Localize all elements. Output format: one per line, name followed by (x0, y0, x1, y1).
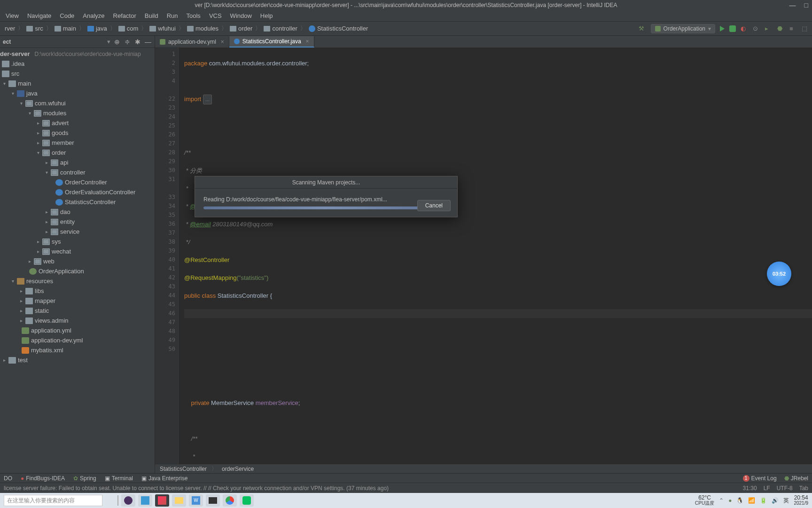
close-icon[interactable]: × (221, 39, 224, 45)
tool-do[interactable]: DO (4, 475, 12, 482)
jrebel-debug-icon[interactable]: ⬣ (777, 25, 785, 32)
taskbar-eclipse[interactable] (121, 494, 135, 507)
tray-chevron-icon[interactable]: ⌃ (719, 497, 724, 504)
minimize-button[interactable]: — (789, 1, 796, 9)
taskbar-wps[interactable]: W (189, 494, 203, 507)
tree-item-modules[interactable]: modules (43, 110, 66, 117)
chevron-right-icon[interactable]: ▸ (44, 209, 49, 214)
hammer-icon[interactable]: ⚒ (639, 25, 646, 32)
cancel-button[interactable]: Cancel (417, 200, 451, 211)
tree-item-src[interactable]: src (11, 70, 19, 77)
menu-tools[interactable]: Tools (183, 11, 204, 20)
tool-jrebel[interactable]: ⬣JRebel (784, 475, 808, 482)
menu-code[interactable]: Code (56, 11, 78, 20)
crumb-class[interactable]: StatisticsController (307, 24, 370, 33)
debug-icon[interactable] (729, 25, 736, 32)
run-config-selector[interactable]: OrderApplication ▾ (651, 24, 715, 33)
tree-item-dao[interactable]: dao (60, 208, 70, 215)
breadcrumb-item[interactable]: StatisticsController (160, 466, 207, 472)
taskbar-explorer[interactable] (172, 494, 186, 507)
chevron-right-icon[interactable]: ▸ (27, 259, 32, 264)
chevron-down-icon[interactable]: ▾ (107, 38, 110, 45)
chevron-down-icon[interactable]: ▾ (2, 81, 7, 86)
stop-icon[interactable]: ■ (789, 25, 797, 32)
tree-item-service[interactable]: service (60, 228, 79, 235)
tree-item-member[interactable]: member (52, 139, 74, 146)
chevron-right-icon[interactable]: ▸ (36, 239, 40, 244)
tree-item-statisticscontroller[interactable]: StatisticsController (65, 198, 116, 206)
close-icon[interactable]: × (306, 38, 309, 45)
menu-analyze[interactable]: Analyze (79, 11, 108, 20)
project-tree[interactable]: der-serverD:\work\doc\course\order\code-… (0, 48, 155, 473)
crumb-main[interactable]: main (53, 24, 78, 33)
tree-item-api[interactable]: api (60, 159, 68, 166)
maximize-button[interactable]: □ (804, 1, 808, 9)
menu-refactor[interactable]: Refactor (109, 11, 140, 20)
language-indicator[interactable]: 英 (783, 497, 789, 505)
chevron-right-icon[interactable]: ▸ (36, 140, 40, 145)
tool-findbugs[interactable]: ●FindBugs-IDEA (21, 475, 65, 482)
encoding[interactable]: UTF-8 (777, 485, 793, 492)
tree-item-root[interactable]: der-server (0, 50, 30, 57)
taskbar-terminal[interactable] (206, 494, 220, 507)
tree-item-main[interactable]: main (18, 80, 31, 87)
timer-widget[interactable]: 03:52 (767, 262, 791, 286)
target-icon[interactable]: ⊕ (113, 38, 121, 46)
taskbar-vscode[interactable] (138, 494, 152, 507)
taskbar-intellij[interactable] (155, 494, 169, 507)
hide-icon[interactable]: — (144, 38, 152, 46)
chevron-down-icon[interactable]: ▾ (27, 111, 32, 116)
tree-item-ordercontroller[interactable]: OrderController (65, 179, 107, 186)
chevron-down-icon[interactable]: ▾ (10, 278, 15, 284)
crumb-wfuhui[interactable]: wfuhui (148, 24, 178, 33)
run-icon[interactable] (720, 26, 725, 32)
tree-item-libs[interactable]: libs (35, 287, 44, 294)
tree-item-sys[interactable]: sys (52, 238, 61, 245)
tree-item-java[interactable]: java (26, 90, 38, 97)
chevron-right-icon[interactable]: ▸ (36, 249, 40, 254)
tree-item-orderapplication[interactable]: OrderApplication (39, 268, 84, 275)
jrebel-run-icon[interactable]: ▸ (765, 25, 773, 32)
search-input[interactable]: 在这里输入你要搜索的内容 (4, 495, 102, 506)
crumb-controller[interactable]: controller (262, 24, 299, 33)
menu-window[interactable]: Window (226, 11, 256, 20)
tool-spring[interactable]: ✿Spring (73, 475, 96, 482)
crumb-src[interactable]: src (24, 24, 45, 33)
tool-java-enterprise[interactable]: ▣Java Enterprise (141, 475, 187, 482)
chevron-right-icon[interactable]: ▸ (19, 308, 23, 313)
chevron-right-icon[interactable]: ▸ (19, 298, 23, 303)
tree-item-entity[interactable]: entity (60, 218, 75, 225)
code-area[interactable]: package com.wfuhui.modules.order.control… (179, 48, 812, 464)
breadcrumb-item[interactable]: orderService (222, 466, 254, 472)
crumb-order[interactable]: order (228, 24, 254, 33)
line-separator[interactable]: LF (764, 485, 770, 492)
tab-statisticscontroller[interactable]: StatisticsController.java× (229, 36, 314, 48)
menu-help[interactable]: Help (257, 11, 277, 20)
indent[interactable]: Tab (799, 485, 808, 492)
tray-icon[interactable]: 🐧 (736, 497, 743, 504)
tree-item-orderevaluationcontroller[interactable]: OrderEvaluationController (65, 189, 135, 196)
tree-item-goods[interactable]: goods (52, 129, 68, 136)
tree-item-wechat[interactable]: wechat (52, 248, 71, 255)
tray-battery-icon[interactable]: 🔋 (760, 497, 767, 504)
coverage-icon[interactable]: ◐ (741, 25, 748, 32)
chevron-right-icon[interactable]: ▸ (19, 318, 23, 323)
chevron-right-icon[interactable]: ▸ (44, 160, 49, 165)
temperature-widget[interactable]: 62°C CPU温度 (695, 495, 714, 506)
tree-item-order[interactable]: order (52, 149, 66, 156)
chevron-down-icon[interactable]: ▾ (44, 170, 49, 175)
chevron-right-icon[interactable]: ▸ (36, 130, 40, 135)
tree-item-controller[interactable]: controller (60, 169, 85, 176)
collapse-icon[interactable]: ≑ (124, 38, 131, 46)
tray-volume-icon[interactable]: 🔊 (772, 497, 779, 504)
tab-application-dev-yml[interactable]: application-dev.yml× (155, 36, 229, 48)
chevron-right-icon[interactable]: ▸ (36, 120, 40, 126)
menu-run[interactable]: Run (163, 11, 182, 20)
chevron-right-icon[interactable]: ▸ (44, 229, 49, 234)
chevron-right-icon[interactable]: ▸ (19, 288, 23, 294)
tree-item-idea[interactable]: .idea (11, 60, 24, 67)
tree-item-views-admin[interactable]: views.admin (35, 317, 69, 324)
cursor-position[interactable]: 31:30 (743, 485, 757, 492)
tree-item-advert[interactable]: advert (52, 119, 69, 127)
search-icon[interactable]: ⬚ (802, 25, 809, 32)
